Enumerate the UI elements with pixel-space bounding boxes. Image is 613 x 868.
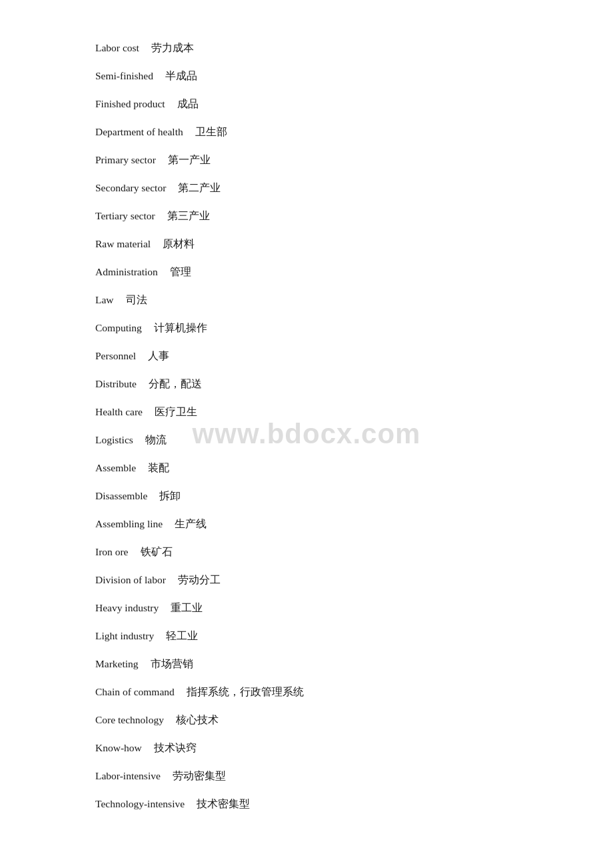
vocab-english: Heavy industry: [95, 602, 159, 613]
vocab-english: Personnel: [95, 350, 136, 361]
vocab-item: Tertiary sector第三产业: [95, 208, 518, 224]
vocab-item: Core technology核心技术: [95, 712, 518, 728]
vocab-item: Marketing市场营销: [95, 656, 518, 672]
vocab-english: Assemble: [95, 462, 136, 473]
vocab-chinese: 第三产业: [167, 210, 210, 221]
vocab-item: Technology-intensive技术密集型: [95, 796, 518, 812]
vocab-english: Labor-intensive: [95, 770, 161, 781]
vocab-chinese: 原材料: [163, 238, 195, 249]
vocab-chinese: 指挥系统，行政管理系统: [187, 686, 304, 697]
vocab-item: Division of labor劳动分工: [95, 572, 518, 588]
vocab-chinese: 核心技术: [176, 714, 219, 725]
vocab-chinese: 第一产业: [168, 154, 211, 165]
vocab-chinese: 半成品: [165, 70, 197, 81]
vocab-chinese: 技术密集型: [197, 798, 250, 809]
vocab-english: Labor cost: [95, 42, 139, 53]
vocab-item: Logistics物流: [95, 432, 518, 448]
vocab-item: Personnel人事: [95, 348, 518, 364]
vocab-chinese: 计算机操作: [154, 322, 207, 333]
vocab-chinese: 劳动分工: [178, 574, 221, 585]
vocab-chinese: 卫生部: [195, 126, 227, 137]
vocab-english: Primary sector: [95, 154, 156, 165]
vocab-item: Distribute分配，配送: [95, 376, 518, 392]
vocab-item: Computing计算机操作: [95, 320, 518, 336]
vocab-english: Distribute: [95, 378, 137, 389]
vocab-chinese: 司法: [126, 294, 147, 305]
vocab-chinese: 装配: [148, 462, 169, 473]
vocab-item: Assembling line生产线: [95, 516, 518, 532]
vocab-item: Heavy industry重工业: [95, 600, 518, 616]
vocab-item: Know-how技术诀窍: [95, 740, 518, 756]
vocab-english: Light industry: [95, 630, 154, 641]
vocab-list: Labor cost劳力成本Semi-finished半成品Finished p…: [0, 0, 613, 864]
vocab-english: Computing: [95, 322, 142, 333]
vocab-item: Raw material原材料: [95, 236, 518, 252]
vocab-english: Secondary sector: [95, 182, 166, 193]
vocab-english: Health care: [95, 406, 143, 417]
vocab-item: Labor-intensive劳动密集型: [95, 768, 518, 784]
vocab-chinese: 分配，配送: [149, 378, 202, 389]
vocab-english: Technology-intensive: [95, 798, 185, 809]
vocab-english: Tertiary sector: [95, 210, 155, 221]
vocab-english: Core technology: [95, 714, 164, 725]
vocab-english: Chain of command: [95, 686, 175, 697]
vocab-chinese: 生产线: [175, 518, 207, 529]
vocab-item: Disassemble拆卸: [95, 488, 518, 504]
vocab-english: Law: [95, 294, 114, 305]
vocab-item: Semi-finished半成品: [95, 68, 518, 84]
vocab-english: Iron ore: [95, 546, 129, 557]
vocab-item: Assemble装配: [95, 460, 518, 476]
vocab-chinese: 成品: [177, 98, 199, 109]
vocab-chinese: 第二产业: [178, 182, 221, 193]
vocab-item: Light industry轻工业: [95, 628, 518, 644]
vocab-english: Marketing: [95, 658, 139, 669]
vocab-english: Finished product: [95, 98, 165, 109]
vocab-chinese: 劳力成本: [151, 42, 194, 53]
vocab-chinese: 重工业: [171, 602, 203, 613]
vocab-english: Semi-finished: [95, 70, 153, 81]
vocab-item: Health care医疗卫生: [95, 404, 518, 420]
vocab-item: Chain of command指挥系统，行政管理系统: [95, 684, 518, 700]
vocab-chinese: 拆卸: [159, 490, 181, 501]
vocab-item: Administration管理: [95, 264, 518, 280]
vocab-chinese: 管理: [170, 266, 191, 277]
vocab-english: Disassemble: [95, 490, 147, 501]
vocab-english: Assembling line: [95, 518, 163, 529]
vocab-english: Raw material: [95, 238, 151, 249]
vocab-item: Labor cost劳力成本: [95, 40, 518, 56]
vocab-item: Law司法: [95, 292, 518, 308]
vocab-english: Know-how: [95, 742, 142, 753]
vocab-item: Iron ore铁矿石: [95, 544, 518, 560]
vocab-item: Primary sector第一产业: [95, 152, 518, 168]
vocab-chinese: 技术诀窍: [154, 742, 197, 753]
vocab-item: Finished product成品: [95, 96, 518, 112]
vocab-chinese: 物流: [145, 434, 167, 445]
vocab-chinese: 医疗卫生: [155, 406, 197, 417]
vocab-chinese: 劳动密集型: [173, 770, 226, 781]
vocab-english: Division of labor: [95, 574, 166, 585]
vocab-english: Administration: [95, 266, 158, 277]
vocab-chinese: 铁矿石: [141, 546, 173, 557]
vocab-chinese: 人事: [148, 350, 169, 361]
vocab-chinese: 轻工业: [166, 630, 198, 641]
vocab-item: Department of health卫生部: [95, 124, 518, 140]
vocab-item: Secondary sector第二产业: [95, 180, 518, 196]
vocab-english: Department of health: [95, 126, 183, 137]
vocab-english: Logistics: [95, 434, 133, 445]
vocab-chinese: 市场营销: [151, 658, 193, 669]
